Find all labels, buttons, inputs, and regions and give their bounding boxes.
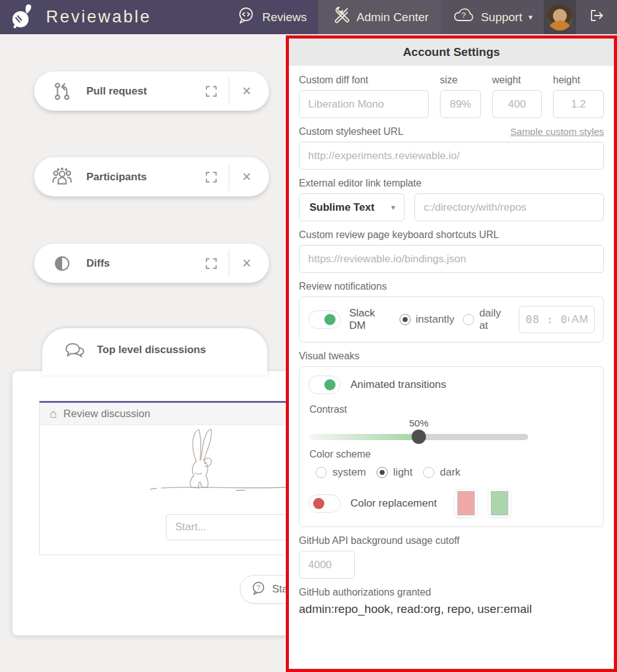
stylesheet-url-input[interactable] — [299, 142, 604, 170]
avatar[interactable] — [547, 4, 573, 30]
tab-label: Top level discussions — [97, 344, 206, 356]
expand-button[interactable] — [203, 255, 220, 272]
support-cloud-icon: ? — [452, 6, 475, 29]
daily-at-radio[interactable] — [463, 314, 474, 325]
close-icon: ✕ — [242, 256, 252, 270]
expand-button[interactable] — [203, 168, 220, 186]
admin-tools-icon — [331, 6, 350, 29]
daily-at-label: daily at — [479, 307, 510, 332]
api-cutoff-row: GitHub API background usage cutoff — [299, 535, 604, 579]
question-bubble-icon: ? — [250, 580, 267, 599]
scheme-dark-label: dark — [440, 466, 460, 479]
stylesheet-label: Custom stylesheet URL — [299, 126, 403, 137]
contrast-label: Contrast — [309, 404, 595, 415]
editor-row: External editor link template Sublime Te… — [299, 178, 604, 221]
top-navbar: Reviewable Reviews Adm — [0, 0, 617, 34]
auth-value: admin:repo_hook, read:org, repo, user:em… — [299, 602, 604, 616]
meridiem-label: AM — [572, 313, 589, 326]
logout-icon — [587, 6, 606, 28]
sample-custom-styles-link[interactable]: Sample custom styles — [510, 126, 604, 137]
editor-select-value: Sublime Text — [309, 201, 375, 214]
widget-participants: Participants ✕ — [34, 157, 269, 196]
visual-tweaks-label: Visual tweaks — [299, 351, 604, 362]
pull-request-icon — [52, 81, 73, 102]
widget-title: Participants — [86, 171, 147, 183]
color-replacement-label: Color replacement — [350, 497, 437, 510]
reviews-bubble-icon — [236, 6, 256, 29]
animated-transitions-toggle[interactable] — [308, 375, 340, 394]
brand-title: Reviewable — [46, 7, 152, 27]
stylesheet-row: Custom stylesheet URL Sample custom styl… — [299, 126, 604, 170]
contrast-slider-thumb[interactable] — [412, 430, 426, 444]
editor-select[interactable]: Sublime Text ▾ — [299, 193, 404, 221]
auth-label: GitHub authorizations granted — [299, 587, 604, 598]
nav-item-admin-center[interactable]: Admin Center — [318, 0, 441, 34]
nav-item-label: Reviews — [262, 11, 307, 24]
close-icon: ✕ — [242, 170, 252, 184]
visual-tweaks-row: Visual tweaks Animated transitions Contr… — [299, 351, 604, 527]
diffs-icon — [52, 253, 73, 274]
visual-tweaks-box: Animated transitions Contrast 50% Color … — [299, 366, 604, 527]
divider — [229, 163, 229, 191]
shortcuts-row: Custom review page keyboard shortcuts UR… — [299, 229, 604, 273]
replacement-swatch-green[interactable] — [488, 489, 511, 518]
diff-font-row: Custom diff font size weight height — [299, 75, 604, 118]
brand[interactable]: Reviewable — [0, 0, 152, 34]
replacement-swatch-red[interactable] — [454, 489, 478, 518]
review-discussion-title: Review discussion — [63, 408, 150, 420]
avatar-cell — [544, 0, 576, 34]
tab-top-level-discussions[interactable]: Top level discussions — [42, 328, 267, 375]
rabbit-logo-icon — [7, 2, 36, 33]
diff-font-input[interactable] — [299, 90, 429, 118]
nav-item-reviews[interactable]: Reviews — [225, 0, 318, 34]
editor-label: External editor link template — [299, 178, 604, 189]
svg-text:?: ? — [461, 11, 465, 20]
weight-label: weight — [492, 75, 542, 86]
diff-font-label: Custom diff font — [299, 75, 429, 86]
nav-item-support[interactable]: ? Support ▾ — [441, 0, 544, 34]
slack-dm-toggle[interactable] — [308, 310, 340, 329]
animated-transitions-label: Animated transitions — [350, 379, 446, 391]
size-label: size — [440, 75, 481, 86]
scheme-system-radio[interactable] — [316, 467, 327, 478]
expand-button[interactable] — [203, 83, 220, 100]
notifications-label: Review notifications — [299, 281, 604, 292]
daily-time-input-box: AM — [519, 306, 595, 333]
nav-item-label: Admin Center — [357, 11, 429, 24]
instantly-label: instantly — [416, 313, 454, 326]
close-icon: ✕ — [242, 84, 252, 98]
account-settings-panel: Account Settings Custom diff font size w… — [286, 35, 617, 672]
shortcuts-url-input[interactable] — [299, 245, 604, 273]
close-button[interactable]: ✕ — [238, 83, 255, 100]
instantly-radio[interactable] — [400, 314, 411, 325]
api-cutoff-label: GitHub API background usage cutoff — [299, 535, 604, 546]
home-icon: ⌂ — [50, 407, 57, 421]
reply-input[interactable] — [166, 514, 290, 540]
svg-text:?: ? — [257, 584, 260, 591]
widget-pull-request: Pull request ✕ — [34, 71, 269, 111]
height-label: height — [553, 75, 604, 86]
slack-dm-label: Slack DM — [349, 307, 391, 332]
auth-row: GitHub authorizations granted admin:repo… — [299, 587, 604, 616]
close-button[interactable]: ✕ — [238, 255, 255, 272]
widget-diffs: Diffs ✕ — [34, 244, 269, 283]
contrast-slider[interactable]: 50% — [309, 434, 528, 440]
nav-item-logout[interactable] — [576, 0, 617, 34]
app-screen: Reviewable Reviews Adm — [0, 0, 617, 672]
daily-time-input[interactable] — [526, 313, 569, 326]
font-weight-input[interactable] — [492, 90, 542, 118]
discussions-icon — [63, 339, 85, 361]
line-height-input[interactable] — [553, 90, 604, 118]
scheme-dark-radio[interactable] — [423, 467, 434, 478]
color-scheme-label: Color scheme — [309, 449, 595, 460]
divider — [229, 78, 229, 105]
api-cutoff-input[interactable] — [299, 551, 355, 579]
shortcuts-label: Custom review page keyboard shortcuts UR… — [299, 229, 604, 241]
editor-path-input[interactable] — [414, 193, 604, 221]
divider — [229, 250, 229, 277]
color-replacement-toggle[interactable] — [308, 494, 340, 513]
scheme-light-radio[interactable] — [377, 467, 388, 478]
font-size-input[interactable] — [440, 90, 481, 118]
nav-item-label: Support — [481, 11, 523, 24]
close-button[interactable]: ✕ — [238, 168, 255, 186]
